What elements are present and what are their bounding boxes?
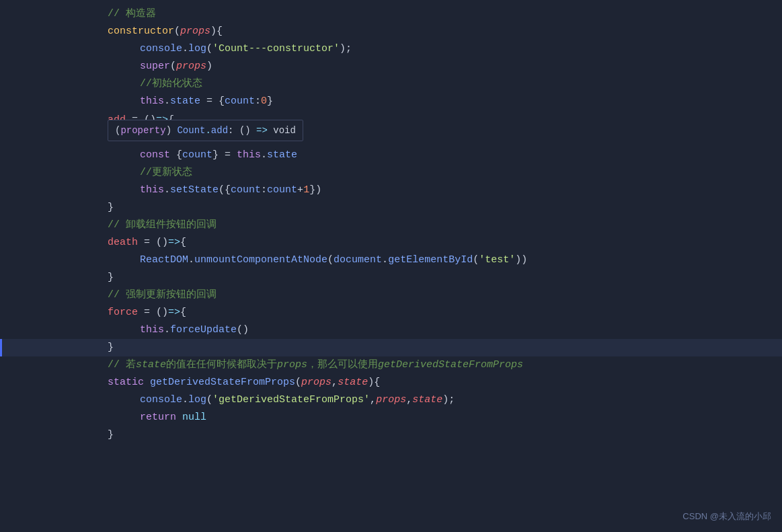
code-line-3: console.log('Count---constructor'); bbox=[0, 40, 782, 58]
code-line-13: // 卸载组件按钮的回调 bbox=[0, 217, 782, 234]
code-line-12: } bbox=[0, 199, 782, 217]
code-line-21: // 若state的值在任何时候都取决于props，那么可以使用getDeriv… bbox=[0, 356, 782, 374]
code-line-2: constructor(props){ bbox=[0, 23, 782, 40]
code-line-15: ReactDOM.unmountComponentAtNode(document… bbox=[0, 252, 782, 269]
code-line-11: this.setState({count:count+1}) bbox=[0, 182, 782, 199]
code-line-9: const {count} = this.state bbox=[0, 147, 782, 164]
keyword-constructor: constructor bbox=[108, 26, 174, 37]
watermark: CSDN @未入流的小邱 bbox=[682, 510, 771, 524]
param-props: props bbox=[180, 26, 210, 37]
code-line-24: return null bbox=[0, 409, 782, 426]
code-line-23: console.log('getDerivedStateFromProps',p… bbox=[0, 391, 782, 409]
tooltip: (property) Count.add: () => void bbox=[108, 120, 303, 141]
code-line-19: this.forceUpdate() bbox=[0, 321, 782, 339]
code-line-17: // 强制更新按钮的回调 bbox=[0, 287, 782, 304]
code-line-5: //初始化状态 bbox=[0, 75, 782, 93]
comment-text: // 构造器 bbox=[108, 8, 156, 20]
code-line-25: } bbox=[0, 426, 782, 444]
code-line-16: } bbox=[0, 269, 782, 287]
code-editor: // 构造器 constructor(props){ console.log('… bbox=[0, 0, 782, 532]
code-line-14: death = ()=>{ bbox=[0, 234, 782, 252]
code-line-20: } bbox=[0, 339, 782, 356]
code-line-18: force = ()=>{ bbox=[0, 304, 782, 321]
code-line-22: static getDerivedStateFromProps(props,st… bbox=[0, 374, 782, 391]
code-line-4: super(props) bbox=[0, 58, 782, 75]
code-line-6: this.state = {count:0} bbox=[0, 93, 782, 110]
code-line-10: //更新状态 bbox=[0, 164, 782, 182]
code-line-1: // 构造器 bbox=[0, 5, 782, 23]
